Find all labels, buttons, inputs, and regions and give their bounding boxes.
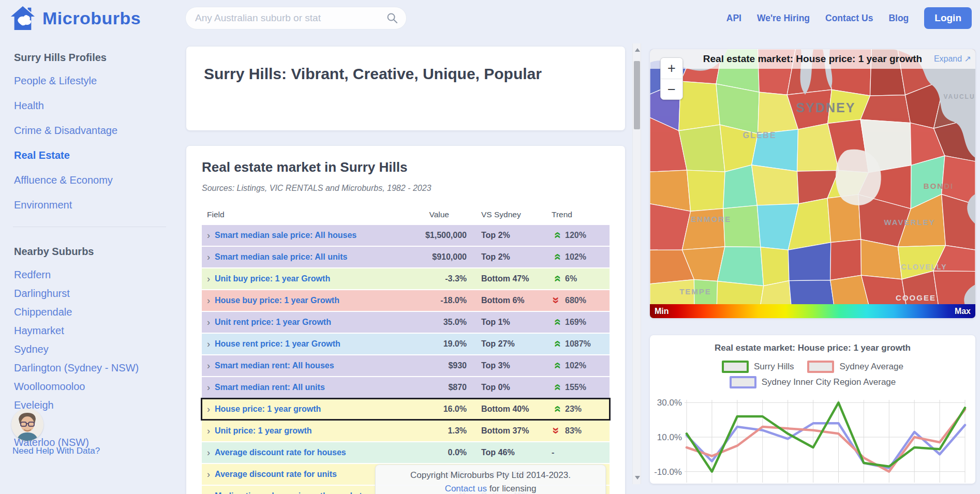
table-row[interactable]: Unit price: 1 year growth 1.3% Bottom 37… [202,421,610,441]
nav-link[interactable]: Blog [888,13,909,24]
row-trend-value: 169% [565,318,586,327]
header: Microburbs API We're Hiring Contact Us B… [0,0,980,36]
row-field-label[interactable]: Average discount rate for units [215,470,337,479]
table-row[interactable]: Smart median rent: All units $870 Top 0%… [202,377,610,398]
header-value: Value [391,210,467,219]
sidebar-profile-link[interactable]: Real Estate [14,149,180,161]
trend-icon [552,361,562,371]
row-field-label[interactable]: Unit price: 1 year growth [215,426,312,436]
scroll-up-icon[interactable] [635,48,640,52]
row-expander-icon[interactable] [207,274,210,285]
row-field-label[interactable]: House buy price: 1 year Growth [215,296,339,305]
sidebar-profile-link[interactable]: People & Lifestyle [14,75,180,87]
title-card: Surry Hills: Vibrant, Creative, Unique, … [186,47,625,130]
row-trend-value: 102% [565,252,586,262]
sidebar-nearby-link[interactable]: Sydney [14,343,180,355]
sidebar-divider [13,227,166,227]
sidebar-nearby-link[interactable]: Eveleigh [14,399,180,411]
row-expander-icon[interactable] [207,230,210,241]
main-scrollbar[interactable] [632,43,641,484]
table-row[interactable]: House price: 1 year growth 16.0% Bottom … [202,399,610,420]
sidebar-profile-link[interactable]: Environment [14,199,180,211]
svg-text:TEMPE: TEMPE [679,287,711,296]
trend-icon [552,426,562,436]
table-header: Field Value VS Sydney Trend [202,205,610,224]
row-field-label[interactable]: House rent price: 1 year Growth [215,339,340,349]
row-value: $930 [391,361,467,370]
row-expander-icon[interactable] [207,426,210,437]
trend-icon [552,317,562,327]
row-expander-icon[interactable] [207,447,210,458]
map-expand-link[interactable]: Expand ↗ [934,54,971,64]
row-field-label[interactable]: Smart median rent: All units [215,383,325,392]
help-link[interactable]: Need Help With Data? [12,446,100,456]
row-expander-icon[interactable] [207,404,210,415]
row-expander-icon[interactable] [207,469,210,480]
row-expander-icon[interactable] [207,339,210,350]
sidebar-nearby-link[interactable]: Chippendale [14,306,180,318]
scroll-down-icon[interactable] [635,476,640,480]
row-trend-value: 155% [565,383,586,392]
table-row[interactable]: Smart median sale price: All houses $1,5… [202,225,610,246]
row-field-label[interactable]: Unit rent price: 1 year Growth [215,318,331,327]
choropleth-map[interactable]: SYDNEYGLEBEENMORETEMPEMASCOTWAVERLEYCLOV… [650,49,975,318]
nav-link[interactable]: Contact Us [825,13,873,24]
row-field-label[interactable]: Smart median sale price: All units [215,252,347,262]
trend-icon [552,295,562,306]
row-value: 0.0% [391,448,467,457]
row-expander-icon[interactable] [207,317,210,328]
row-field-label[interactable]: Median time a house is on the market [215,491,362,494]
sidebar-nearby-link[interactable]: Darlington (Sydney - NSW) [14,362,180,374]
scrollbar-thumb[interactable] [634,61,640,129]
search-icon[interactable] [387,12,398,24]
row-field-label[interactable]: Smart median sale price: All houses [215,231,357,240]
sidebar-profile-link[interactable]: Affluence & Economy [14,174,180,186]
trend-icon [552,382,562,393]
row-value: $1,500,000 [391,231,467,240]
row-vs: Bottom 6% [481,296,552,305]
row-field-label[interactable]: Unit buy price: 1 year Growth [215,274,330,283]
table-row[interactable]: House rent price: 1 year Growth 19.0% To… [202,334,610,354]
svg-text:30.0%: 30.0% [657,398,682,408]
row-expander-icon[interactable] [207,382,210,393]
brand-logo[interactable]: Microburbs [9,5,141,31]
row-expander-icon[interactable] [207,491,210,494]
row-value: 1.3% [391,426,467,436]
sidebar: Surry Hills Profiles People & LifestyleH… [0,36,180,455]
sidebar-nearby-link[interactable]: Haymarket [14,325,180,337]
table-row[interactable]: Smart median rent: All houses $930 Top 3… [202,355,610,376]
sidebar-nearby-link[interactable]: Woolloomooloo [14,381,180,393]
zoom-in-button[interactable]: + [661,58,682,79]
row-field-label[interactable]: Smart median rent: All houses [215,361,334,370]
search-input[interactable] [194,12,387,24]
sidebar-profile-link[interactable]: Crime & Disadvantage [14,125,180,137]
avatar[interactable] [11,409,43,441]
login-button[interactable]: Login [924,7,972,29]
row-field-label[interactable]: House price: 1 year growth [215,405,321,414]
profiles-heading: Surry Hills Profiles [14,52,180,64]
row-vs: Bottom 47% [481,274,552,283]
row-expander-icon[interactable] [207,295,210,306]
row-field-label[interactable]: Average discount rate for houses [215,448,346,457]
sidebar-nearby-link[interactable]: Redfern [14,269,180,281]
table-row[interactable]: House buy price: 1 year Growth -18.0% Bo… [202,290,610,311]
sidebar-profile-link[interactable]: Health [14,100,180,112]
row-vs: Top 2% [481,252,552,262]
table-row[interactable]: Average discount rate for houses 0.0% To… [202,442,610,463]
row-value: 35.0% [391,318,467,327]
row-trend-value: 23% [565,405,582,414]
row-expander-icon[interactable] [207,361,210,371]
licensing-line: Contact us for licensing [383,484,598,494]
nav-link[interactable]: API [726,13,741,24]
table-row[interactable]: Smart median sale price: All units $910,… [202,247,610,267]
sources-note: Sources: Listings, VIC RENTALS and Micro… [202,184,610,193]
row-expander-icon[interactable] [207,252,210,263]
contact-us-link[interactable]: Contact us [445,484,487,493]
table-row[interactable]: Unit buy price: 1 year Growth -3.3% Bott… [202,268,610,289]
sidebar-nearby-link[interactable]: Darlinghurst [14,288,180,300]
zoom-out-button[interactable]: − [661,79,682,99]
nav-link[interactable]: We're Hiring [757,13,810,24]
svg-text:VAUCLUSE: VAUCLUSE [943,93,975,100]
table-row[interactable]: Unit rent price: 1 year Growth 35.0% Top… [202,312,610,333]
legend-item: Sydney Average [807,361,903,373]
